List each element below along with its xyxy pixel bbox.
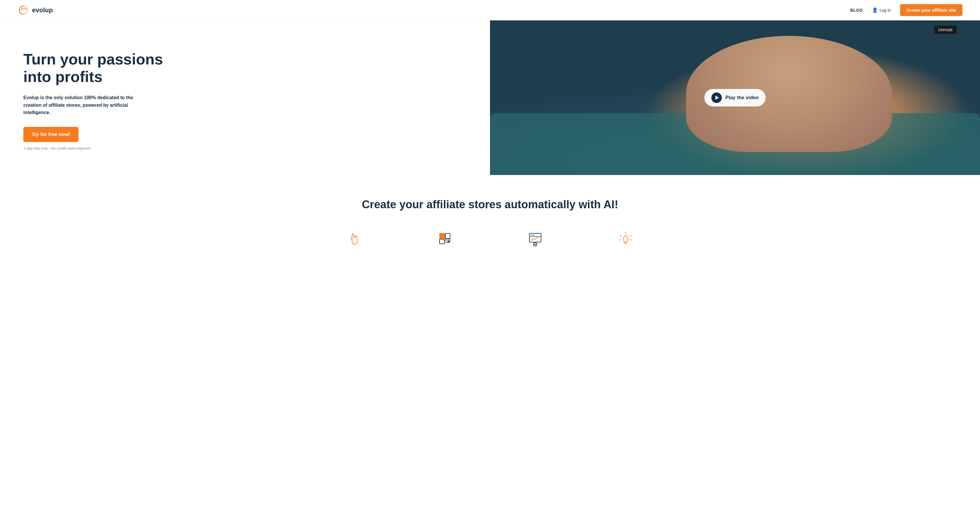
hero-title: Turn your passions into profits	[23, 51, 473, 86]
play-video-button[interactable]: Play the video	[705, 89, 766, 107]
feature-analytics	[496, 228, 574, 249]
template-icon	[436, 230, 453, 247]
svg-point-12	[532, 235, 533, 236]
features-title: Create your affiliate stores automatical…	[18, 198, 963, 211]
logo-icon	[18, 4, 29, 16]
hand-icon	[346, 230, 363, 247]
svg-point-11	[531, 235, 532, 236]
svg-rect-4	[445, 233, 450, 239]
logo-text: evolup	[32, 6, 53, 14]
logo-link[interactable]: evolup	[18, 4, 53, 16]
feature-template	[406, 228, 484, 249]
template-icon-wrap	[434, 228, 455, 249]
person-icon: 👤	[872, 7, 878, 13]
trial-note: 7-day free trial - No credit card requir…	[23, 146, 473, 151]
create-site-button[interactable]: Create your affiliate site	[900, 4, 963, 16]
login-label: Log in	[880, 8, 891, 13]
play-label: Play the video	[725, 95, 759, 100]
svg-line-21	[620, 240, 621, 240]
features-section: Create your affiliate stores automatical…	[0, 175, 980, 266]
hero-video-area: Unmute Play the video	[490, 21, 980, 175]
svg-rect-5	[439, 239, 444, 244]
svg-rect-6	[445, 239, 450, 241]
feature-ai	[586, 228, 665, 249]
analytics-icon	[527, 230, 544, 247]
ai-icon-wrap	[616, 228, 636, 249]
svg-rect-3	[439, 233, 445, 239]
svg-line-19	[620, 236, 622, 236]
svg-point-13	[534, 235, 535, 236]
features-grid	[315, 228, 665, 249]
hero-title-line1: Turn your passions	[23, 51, 163, 68]
login-link[interactable]: 👤 Log in	[872, 7, 891, 13]
unmute-button[interactable]: Unmute	[934, 25, 957, 34]
svg-line-18	[630, 236, 631, 236]
hero-title-line2: into profits	[23, 68, 103, 85]
hero-description: Evolup is the only solution 100% dedicat…	[23, 94, 146, 116]
blog-link[interactable]: BLOG	[850, 8, 862, 13]
analytics-icon-wrap	[525, 228, 546, 249]
ai-lightbulb-icon	[617, 230, 635, 247]
navbar: evolup BLOG 👤 Log in Create your affilia…	[0, 0, 980, 21]
svg-line-20	[630, 240, 632, 240]
hero-section: Turn your passions into profits Evolup i…	[0, 21, 980, 175]
try-free-button[interactable]: Try for free now!	[23, 127, 78, 142]
video-placeholder: Unmute Play the video	[490, 21, 980, 175]
play-triangle-icon	[715, 96, 719, 100]
hand-icon-wrap	[344, 228, 364, 249]
nav-right: BLOG 👤 Log in Create your affiliate site	[850, 4, 963, 16]
hero-left: Turn your passions into profits Evolup i…	[0, 21, 490, 175]
play-circle-icon	[711, 92, 722, 103]
feature-hand	[315, 228, 394, 249]
